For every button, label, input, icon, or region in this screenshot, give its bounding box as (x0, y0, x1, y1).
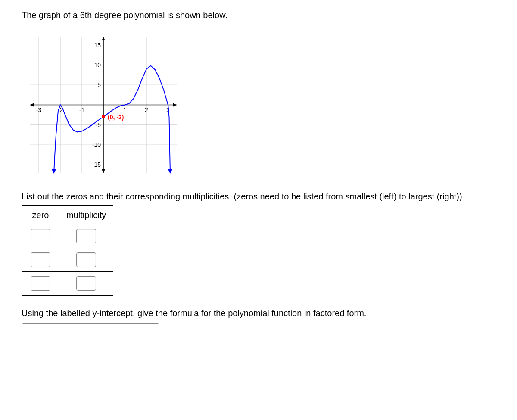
table-header-zero: zero (22, 206, 59, 224)
table-row (22, 272, 113, 296)
zero-input-3[interactable] (31, 276, 50, 291)
svg-text:(0, -3): (0, -3) (108, 114, 124, 121)
svg-text:-1: -1 (79, 106, 85, 113)
svg-text:1: 1 (123, 106, 127, 113)
svg-text:5: 5 (97, 81, 101, 88)
svg-marker-17 (30, 103, 34, 107)
zero-input-1[interactable] (31, 229, 50, 243)
table-row (22, 248, 113, 272)
svg-text:-3: -3 (36, 106, 42, 113)
polynomial-graph: -3-2-1123-15-10-551015(0, -3) (22, 33, 495, 177)
svg-text:15: 15 (94, 42, 101, 49)
mult-input-3[interactable] (76, 276, 96, 291)
svg-text:2: 2 (145, 106, 148, 113)
svg-marker-32 (52, 169, 56, 174)
svg-text:-10: -10 (92, 141, 101, 148)
zeros-table: zero multiplicity (22, 205, 113, 296)
table-row (22, 224, 113, 248)
formula-instruction: Using the labelled y-intercept, give the… (22, 307, 495, 320)
svg-marker-18 (102, 37, 105, 40)
svg-text:-5: -5 (96, 121, 101, 128)
svg-marker-19 (102, 169, 105, 173)
svg-text:10: 10 (94, 62, 101, 68)
svg-point-34 (102, 115, 105, 118)
mult-input-1[interactable] (76, 229, 96, 243)
zero-input-2[interactable] (31, 252, 50, 267)
formula-input[interactable] (22, 323, 159, 339)
table-header-mult: multiplicity (59, 206, 113, 224)
svg-text:-15: -15 (92, 161, 101, 168)
svg-marker-16 (173, 103, 177, 107)
svg-marker-33 (168, 169, 172, 174)
mult-input-2[interactable] (76, 252, 96, 267)
list-instruction: List out the zeros and their correspondi… (22, 190, 495, 203)
intro-text: The graph of a 6th degree polynomial is … (22, 9, 495, 22)
